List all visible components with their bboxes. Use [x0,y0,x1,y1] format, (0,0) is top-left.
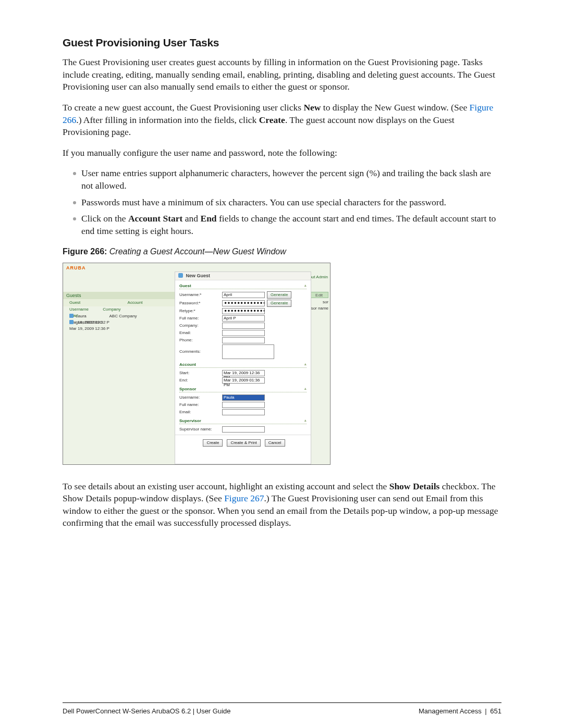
new-guest-dialog: New Guest Guest Username:* April Generat… [175,272,311,464]
guests-subheader: Guest Account [63,299,175,306]
footer-right: Management Access | 651 [419,707,501,715]
col-username[interactable]: Username [69,306,102,313]
partial-text: sor [323,300,328,304]
b3-run-b: and [182,213,200,224]
text-account-start: Account Start [128,213,183,224]
label-comments: Comments: [179,349,222,354]
label-sponsor-email: Email: [179,410,222,414]
figure-caption: Figure 266: Creating a Guest Account—New… [63,247,501,256]
create-button[interactable]: Create [203,439,223,447]
dialog-buttons: Create Create & Print Cancel [175,437,311,450]
cell-user: guest9015890 [76,319,108,326]
label-start: Start: [179,371,222,375]
user-icon [69,320,74,324]
create-print-button[interactable]: Create & Print [227,439,260,447]
generate-username-button[interactable]: Generate [267,291,291,299]
dialog-title: New Guest [175,272,311,280]
guests-columns: Username Company Start [63,306,175,313]
p2-run-c: .) After filling in information into the… [76,115,259,125]
p4-run-a: To see details about an existing user ac… [63,481,389,491]
label-username: Username:* [179,292,222,297]
comments-field[interactable] [222,344,274,359]
cancel-button[interactable]: Cancel [265,439,285,447]
sponsor-username-field[interactable]: Paula [222,394,265,401]
subheader-guest: Guest [69,300,80,305]
section-heading: Guest Provisioning User Tasks [63,36,501,49]
text-create: Create [259,115,285,125]
p2-run-a: To create a new guest account, the Guest… [63,102,303,113]
label-fullname: Full name: [179,316,222,320]
page: Guest Provisioning User Tasks The Guest … [0,0,563,728]
figure-screenshot: ARUBA out Admin Guests Guest Account Use… [63,263,331,465]
account-start-field[interactable]: Mar 19, 2009 12:36 PM [222,370,265,376]
sponsor-section: Sponsor Username: Paula Full name: Email… [179,387,307,415]
label-sponsor-username: Username: [179,395,222,400]
dialog-title-text: New Guest [186,273,211,278]
section-header-supervisor[interactable]: Supervisor [179,418,307,424]
company-field[interactable] [222,323,265,329]
list-item: User name entries support alphanumeric c… [73,167,501,192]
label-company: Company: [179,323,222,328]
text-show-details: Show Details [389,481,440,491]
label-sponsor-fullname: Full name: [179,402,222,407]
note-lead: If you manually configure the user name … [63,147,501,159]
retype-field[interactable]: ••••••••••••• [222,308,265,314]
partial-text: sor name [311,306,328,311]
supervisor-name-field[interactable] [222,426,265,433]
table-row[interactable]: Laura ABC Company Mar 19, 2009 12:32 P [63,313,175,319]
label-phone: Phone: [179,338,222,342]
page-footer: Dell PowerConnect W-Series ArubaOS 6.2 |… [63,707,501,715]
footer-rule [63,702,501,703]
subheader-account: Account [128,300,143,305]
cell-start: Mar 19, 2009 12:36 P [69,326,111,332]
table-row[interactable]: guest9015890 Mar 19, 2009 12:36 P [63,319,175,326]
notes-list: User name entries support alphanumeric c… [63,167,501,237]
phone-field[interactable] [222,337,265,343]
edit-button[interactable]: Edit [310,292,328,298]
list-item: Click on the Account Start and End field… [73,213,501,237]
guest-section: Guest Username:* April Generate Password… [179,283,307,359]
account-end-field[interactable]: Mar 19, 2009 01:36 PM [222,377,265,384]
label-supervisor-name: Supervisor name: [179,427,222,431]
fullname-field[interactable]: April P [222,315,265,322]
sponsor-email-field[interactable] [222,409,265,415]
top-right-label: out Admin [309,275,328,279]
footer-section: Management Access [419,707,482,715]
intro-paragraph-2: To create a new guest account, the Guest… [63,102,501,139]
footer-sep: | [485,707,486,715]
figure-title: Creating a Guest Account—New Guest Windo… [107,247,286,256]
username-field[interactable]: April [222,292,265,298]
generate-password-button[interactable]: Generate [267,300,291,307]
section-header-sponsor[interactable]: Sponsor [179,387,307,392]
b3-run-a: Click on the [81,213,128,224]
label-email: Email: [179,330,222,335]
cell-company: ABC Company [109,313,139,319]
label-end: End: [179,378,222,382]
section-header-account[interactable]: Account [179,362,307,368]
figure-267-link[interactable]: Figure 267 [224,493,264,503]
label-password: Password:* [179,301,222,305]
intro-paragraph-1: The Guest Provisioning user creates gues… [63,56,501,93]
cell-user: Laura [76,313,108,319]
section-header-guest[interactable]: Guest [179,283,307,289]
text-end: End [200,213,216,224]
show-details-paragraph: To see details about an existing user ac… [63,480,501,530]
user-icon [69,314,74,318]
page-number: 651 [490,707,501,715]
p2-run-b: to display the New Guest window. (See [321,102,469,113]
footer-left: Dell PowerConnect W-Series ArubaOS 6.2 |… [63,707,231,715]
list-item: Passwords must have a minimum of six cha… [73,196,501,209]
sponsor-fullname-field[interactable] [222,402,265,408]
account-section: Account Start: Mar 19, 2009 12:36 PM End… [179,362,307,384]
col-company[interactable]: Company [103,306,133,313]
dialog-divider [175,435,311,435]
user-icon [178,273,183,278]
figure-number: Figure 266: [63,247,107,256]
label-retype: Retype:* [179,309,222,313]
guests-panel-header: Guests [63,292,175,299]
aruba-logo: ARUBA [66,265,86,270]
password-field[interactable]: ••••••••••••• [222,300,265,306]
text-new: New [303,102,321,113]
supervisor-section: Supervisor Supervisor name: [179,418,307,433]
email-field[interactable] [222,330,265,336]
